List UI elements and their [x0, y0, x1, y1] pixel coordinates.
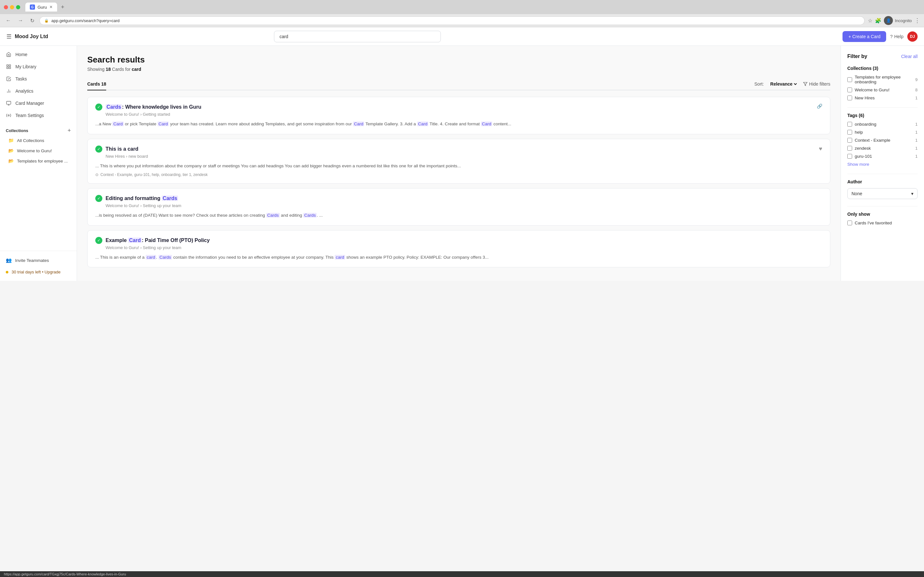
sidebar-item-home[interactable]: Home	[0, 48, 77, 61]
reload-button[interactable]: ↻	[28, 16, 36, 25]
browser-actions: ☆ 🧩 👤 Incognito ⋮	[868, 16, 920, 25]
result-card-1-header: ✓ Cards: Where knowledge lives in Guru 🔗	[95, 103, 822, 111]
new-tab-button[interactable]: +	[61, 4, 65, 11]
sidebar-item-welcome-guru[interactable]: 📂 Welcome to Guru!	[0, 145, 77, 156]
forward-button[interactable]: →	[16, 16, 25, 25]
filter-tag-checkbox-0[interactable]	[847, 122, 852, 127]
showing-type: Cards for	[112, 67, 131, 72]
sidebar-header-inline: ☰ Mood Joy Ltd	[6, 33, 71, 40]
filter-tag-label-4: guru-101	[855, 154, 872, 159]
results-tabs: Cards 18 Sort: Relevance Hide filters	[87, 78, 830, 90]
result-card-2[interactable]: ✓ This is a card ♥ New Hires › new board…	[87, 139, 830, 184]
sidebar-item-templates[interactable]: 📂 Templates for employee ...	[0, 156, 77, 166]
hide-filters-button[interactable]: Hide filters	[803, 81, 830, 87]
filter-tag-item-2: Context - Example 1	[847, 138, 918, 143]
address-bar[interactable]: 🔒 app.getguru.com/search?query=card	[39, 16, 865, 25]
filter-tag-item-1-left: help	[847, 130, 863, 135]
sort-select[interactable]: Relevance	[769, 81, 798, 87]
filter-tag-item-3: zendesk 1	[847, 146, 918, 151]
minimize-dot[interactable]	[10, 5, 14, 9]
filter-tag-item-4: guru-101 1	[847, 154, 918, 159]
filter-collection-item-2-left: New Hires	[847, 95, 875, 100]
filter-tag-count-4: 1	[915, 154, 918, 159]
sidebar-item-invite-teammates[interactable]: 👥 Invite Teammates	[0, 254, 77, 266]
sidebar-item-my-library[interactable]: My Library	[0, 61, 77, 73]
show-more-tags-button[interactable]: Show more	[847, 162, 918, 167]
sidebar-item-card-manager[interactable]: Card Manager	[0, 97, 77, 109]
extensions-icon[interactable]: 🧩	[875, 18, 881, 24]
collections-label: Collections	[6, 128, 28, 133]
filter-tag-label-3: zendesk	[855, 146, 871, 151]
chevron-down-icon: ▾	[911, 191, 913, 196]
filter-collection-checkbox-0[interactable]	[847, 77, 852, 82]
sidebar-item-all-collections[interactable]: 📁 All Collections	[0, 135, 77, 145]
app-name: Mood Joy Ltd	[15, 34, 48, 39]
author-select-value: None	[851, 191, 911, 196]
search-input[interactable]	[274, 31, 441, 42]
tab-cards[interactable]: Cards 18	[87, 78, 106, 90]
filter-collection-checkbox-2[interactable]	[847, 95, 852, 100]
bookmark-icon[interactable]: ☆	[868, 18, 872, 24]
filter-tag-checkbox-1[interactable]	[847, 130, 852, 135]
result-card-4[interactable]: ✓ Example Card: Paid Time Off (PTO) Poli…	[87, 230, 830, 268]
sidebar-item-tasks[interactable]: Tasks	[0, 73, 77, 85]
check-icon-3: ✓	[95, 195, 102, 202]
help-icon: ?	[890, 34, 893, 39]
tasks-icon	[6, 76, 11, 82]
browser-menu-icon[interactable]: ⋮	[914, 17, 920, 24]
favorite-icon-2[interactable]: ♥	[819, 145, 822, 152]
filter-collection-label-1: Welcome to Guru!	[855, 87, 890, 92]
add-collection-button[interactable]: +	[67, 127, 71, 134]
filter-divider-2	[847, 174, 918, 174]
tasks-label: Tasks	[15, 76, 27, 81]
sidebar: Home My Library Tasks Analytics	[0, 46, 77, 281]
maximize-dot[interactable]	[16, 5, 20, 9]
sidebar-item-analytics[interactable]: Analytics	[0, 85, 77, 97]
author-select[interactable]: None ▾	[847, 188, 918, 199]
tab-close-button[interactable]: ✕	[49, 5, 53, 9]
showing-count: 18	[106, 67, 111, 72]
filter-tag-item-0: onboarding 1	[847, 122, 918, 127]
filter-collection-item-1: Welcome to Guru! 8	[847, 87, 918, 92]
filter-only-show-checkbox-0[interactable]	[847, 221, 852, 226]
address-url: app.getguru.com/search?query=card	[51, 18, 120, 23]
svg-rect-1	[9, 65, 11, 66]
result-card-1-breadcrumb: Welcome to Guru! › Getting started	[105, 112, 822, 117]
result-card-3[interactable]: ✓ Editing and formatting Cards Welcome t…	[87, 188, 830, 226]
filter-header: Filter by Clear all	[847, 53, 918, 59]
create-card-button[interactable]: + Create a Card	[843, 31, 886, 42]
filter-tag-checkbox-3[interactable]	[847, 146, 852, 151]
filter-tag-item-3-left: zendesk	[847, 146, 871, 151]
filter-tag-checkbox-4[interactable]	[847, 154, 852, 159]
incognito-label: Incognito	[895, 18, 912, 23]
result-card-3-title-row: ✓ Editing and formatting Cards	[95, 195, 178, 202]
close-dot[interactable]	[4, 5, 8, 9]
filter-title: Filter by	[847, 53, 867, 59]
avatar[interactable]: DJ	[907, 31, 918, 42]
result-card-1-title-row: ✓ Cards: Where knowledge lives in Guru	[95, 103, 202, 111]
clear-all-button[interactable]: Clear all	[901, 54, 918, 59]
tab-favicon: G	[30, 5, 35, 10]
filter-collection-checkbox-1[interactable]	[847, 87, 852, 92]
result-card-1[interactable]: ✓ Cards: Where knowledge lives in Guru 🔗…	[87, 97, 830, 134]
sidebar-bottom: 👥 Invite Teammates 30 trial days left • …	[0, 251, 77, 281]
copy-link-icon-1[interactable]: 🔗	[817, 103, 822, 109]
filter-panel: Filter by Clear all Collections (3) Temp…	[841, 46, 924, 281]
sidebar-item-team-settings[interactable]: Team Settings	[0, 109, 77, 121]
invite-teammates-label: Invite Teammates	[15, 258, 49, 263]
card-manager-icon	[6, 100, 11, 106]
filter-only-show-label-0: Cards I've favorited	[855, 221, 892, 226]
help-button[interactable]: ? Help	[890, 34, 903, 39]
browser-tab[interactable]: G Guru ✕	[25, 3, 57, 11]
hamburger-icon[interactable]: ☰	[6, 33, 11, 40]
result-card-3-header: ✓ Editing and formatting Cards	[95, 195, 822, 202]
filter-only-show-title: Only show	[847, 211, 918, 217]
svg-rect-0	[7, 65, 8, 66]
browser-titlebar: G Guru ✕ +	[0, 0, 924, 14]
filter-divider-3	[847, 206, 918, 206]
filter-tag-checkbox-2[interactable]	[847, 138, 852, 143]
sidebar-item-trial[interactable]: 30 trial days left • Upgrade	[0, 266, 77, 277]
result-card-3-title: Editing and formatting Cards	[105, 195, 178, 201]
back-button[interactable]: ←	[4, 16, 13, 25]
filter-collection-label-2: New Hires	[855, 95, 875, 100]
